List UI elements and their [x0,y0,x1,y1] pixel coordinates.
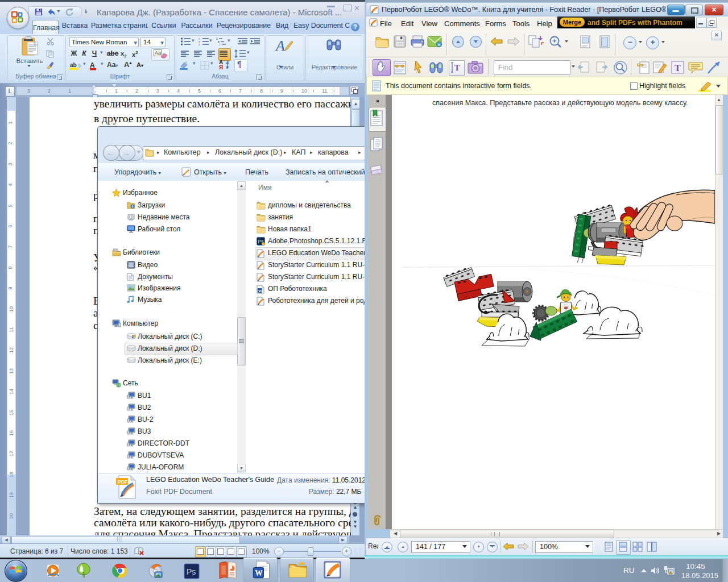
svg-text:PDF: PDF [118,479,129,485]
svg-text:i: i [220,43,220,45]
svg-text:ab: ab [70,62,77,68]
svg-text:T: T [675,63,681,73]
svg-text:A: A [90,61,95,69]
svg-text:T: T [454,64,460,72]
svg-text:3: 3 [198,43,200,45]
svg-text:e: e [438,43,440,47]
svg-text:Ps: Ps [187,567,196,576]
svg-text:A: A [275,38,285,54]
svg-text:W: W [258,289,262,293]
svg-text:W: W [255,569,263,577]
